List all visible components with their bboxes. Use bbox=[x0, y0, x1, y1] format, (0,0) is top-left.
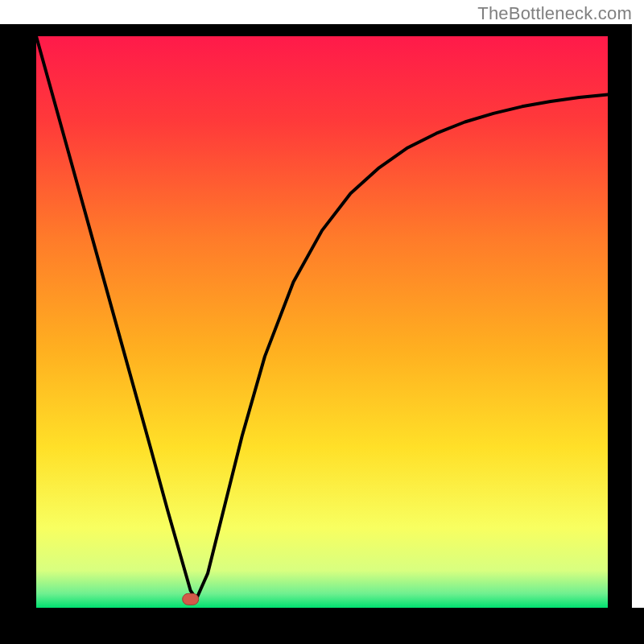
optimum-marker bbox=[183, 593, 199, 605]
frame-bottom-fill bbox=[0, 608, 644, 644]
header-strip: TheBottleneck.com bbox=[0, 0, 644, 24]
plot-area bbox=[0, 24, 644, 644]
frame-left-fill bbox=[0, 24, 24, 644]
chart-svg bbox=[0, 24, 644, 644]
gradient-background bbox=[36, 36, 608, 608]
chart-stage: TheBottleneck.com bbox=[0, 0, 644, 644]
watermark-text: TheBottleneck.com bbox=[477, 3, 632, 24]
